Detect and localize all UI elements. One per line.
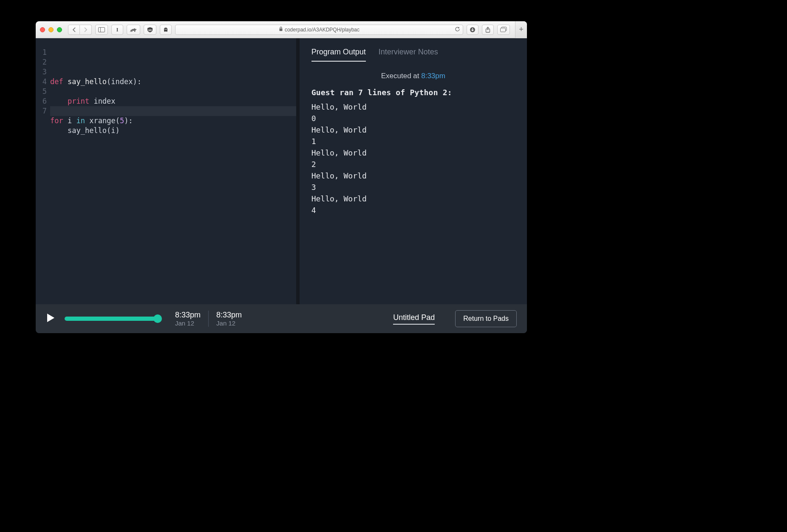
playback-start: 8:33pm Jan 12 [167, 311, 208, 327]
playback-timestamps: 8:33pm Jan 12 8:33pm Jan 12 [167, 311, 249, 327]
line-gutter: 1234567 [36, 48, 50, 304]
program-stdout: Hello, World 0 Hello, World 1 Hello, Wor… [311, 101, 515, 216]
shield-icon: uo [147, 27, 153, 33]
playback-knob[interactable] [153, 314, 162, 323]
url-text: coderpad.io/A3AKDPQH/playbac [285, 27, 360, 33]
ext-ghostery-button[interactable] [160, 25, 172, 35]
return-to-pads-button[interactable]: Return to Pads [455, 310, 517, 327]
play-icon [46, 313, 55, 323]
playback-start-time: 8:33pm [175, 311, 201, 320]
ghost-icon [163, 27, 169, 33]
app-content: 1234567 def say_hello(index): print inde… [36, 38, 527, 304]
svg-rect-5 [279, 28, 282, 31]
output-pane: Program Output Interviewer Notes Execute… [300, 38, 527, 304]
ext-ublock-button[interactable]: uo [144, 25, 156, 35]
svg-rect-0 [99, 27, 105, 32]
camel-icon [130, 27, 137, 33]
playback-end: 8:33pm Jan 12 [208, 311, 249, 327]
playback-end-time: 8:33pm [216, 311, 242, 320]
code-area[interactable]: def say_hello(index): print index for i … [50, 48, 296, 304]
safari-toolbar: I uo coderpad.io/A3AKDPQH/playbac [36, 21, 527, 38]
window-controls [40, 27, 62, 32]
svg-point-4 [166, 29, 167, 30]
lock-icon [279, 26, 283, 33]
svg-text:uo: uo [148, 28, 152, 31]
pane-divider[interactable] [296, 38, 300, 304]
share-button[interactable] [482, 25, 494, 35]
playback-slider[interactable] [65, 317, 158, 321]
sidebar-button[interactable] [95, 25, 108, 35]
output-tabs: Program Output Interviewer Notes [311, 48, 515, 62]
run-summary: Guest ran 7 lines of Python 2: [311, 88, 515, 97]
playback-start-date: Jan 12 [175, 320, 201, 327]
play-button[interactable] [46, 313, 55, 325]
address-bar[interactable]: coderpad.io/A3AKDPQH/playbac [175, 25, 463, 35]
minimize-window-button[interactable] [48, 27, 54, 32]
browser-window: I uo coderpad.io/A3AKDPQH/playbac [36, 21, 527, 333]
tab-program-output[interactable]: Program Output [311, 48, 366, 62]
downloads-button[interactable] [467, 25, 478, 35]
close-window-button[interactable] [40, 27, 45, 32]
executed-at-label: Executed at [381, 72, 422, 80]
svg-rect-9 [501, 28, 506, 32]
share-icon [485, 27, 490, 33]
reload-button[interactable] [455, 26, 460, 33]
tabs-icon [500, 27, 507, 32]
executed-at-time: 8:33pm [421, 72, 445, 80]
code-editor[interactable]: 1234567 def say_hello(index): print inde… [36, 38, 296, 304]
new-tab-button[interactable]: + [515, 21, 527, 38]
playback-end-date: Jan 12 [216, 320, 242, 327]
pad-name[interactable]: Untitled Pad [393, 313, 435, 325]
tabs-button[interactable] [497, 25, 510, 35]
svg-point-3 [165, 29, 166, 30]
ext-camel-button[interactable] [127, 25, 140, 35]
ext-instapaper-button[interactable]: I [111, 25, 123, 35]
sidebar-icon [98, 27, 105, 32]
forward-button[interactable] [80, 25, 92, 35]
playback-bar: 8:33pm Jan 12 8:33pm Jan 12 Untitled Pad… [36, 304, 527, 333]
download-icon [470, 27, 476, 33]
back-button[interactable] [68, 25, 80, 35]
executed-at: Executed at 8:33pm [311, 72, 515, 80]
maximize-window-button[interactable] [57, 27, 62, 32]
tab-interviewer-notes[interactable]: Interviewer Notes [379, 48, 438, 62]
